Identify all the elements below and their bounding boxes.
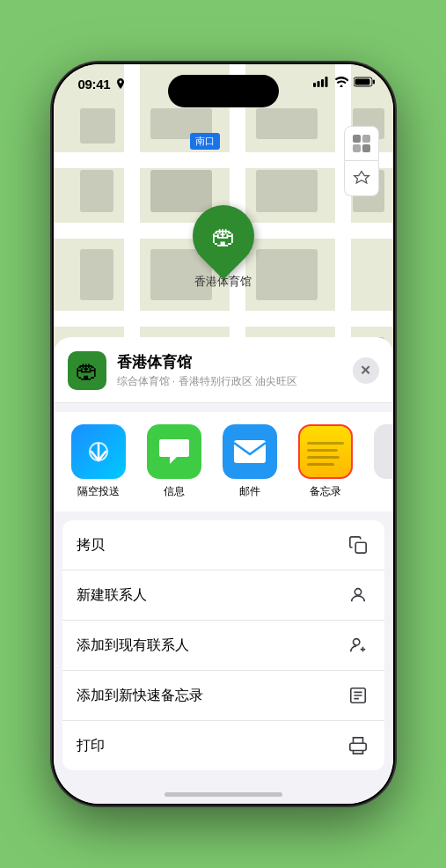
note-icon (346, 683, 370, 708)
notes-icon (298, 424, 353, 479)
phone-inner: 09:41 (54, 64, 393, 804)
venue-desc: 综合体育馆 · 香港特别行政区 油尖旺区 (117, 374, 342, 389)
svg-rect-7 (353, 135, 361, 143)
share-item-notes[interactable]: 备忘录 (295, 424, 356, 499)
person-add-icon (346, 633, 370, 658)
action-item-add-contact[interactable]: 添加到现有联系人 (62, 621, 384, 671)
status-time: 09:41 (78, 77, 111, 92)
pin-icon: 🏟 (211, 222, 236, 251)
action-item-new-contact[interactable]: 新建联系人 (62, 570, 384, 621)
pin-circle: 🏟 (179, 193, 267, 280)
location-pin: 🏟 香港体育馆 (193, 205, 254, 290)
action-label-new-contact: 新建联系人 (77, 586, 147, 605)
mail-icon (223, 424, 277, 479)
print-icon (346, 733, 370, 758)
map-type-button[interactable] (344, 126, 379, 161)
venue-icon: 🏟 (68, 351, 106, 390)
map-label-tag: 南口 (190, 133, 220, 150)
action-label-quick-note: 添加到新快速备忘录 (77, 687, 203, 705)
svg-rect-0 (313, 83, 316, 87)
wifi-icon (334, 77, 348, 87)
svg-rect-17 (349, 743, 365, 750)
share-label-notes: 备忘录 (310, 484, 341, 499)
svg-rect-2 (321, 79, 324, 87)
share-label-mail: 邮件 (239, 484, 260, 499)
share-item-more[interactable]: 推 (370, 424, 393, 499)
svg-rect-1 (317, 81, 319, 87)
home-indicator (165, 792, 282, 797)
action-label-print: 打印 (77, 737, 105, 755)
svg-rect-3 (325, 77, 327, 87)
svg-rect-5 (373, 80, 375, 85)
location-button[interactable] (344, 161, 379, 196)
action-item-print[interactable]: 打印 (62, 721, 384, 770)
battery-icon (354, 77, 376, 87)
close-button[interactable]: ✕ (353, 357, 379, 384)
copy-icon (346, 533, 370, 557)
airdrop-icon (71, 424, 126, 479)
notes-lines (300, 433, 351, 471)
svg-rect-6 (355, 79, 369, 85)
action-item-quick-note[interactable]: 添加到新快速备忘录 (62, 671, 384, 721)
location-icon (115, 78, 126, 91)
venue-name: 香港体育馆 (117, 352, 342, 372)
message-icon (147, 424, 201, 479)
share-label-airdrop: 隔空投送 (77, 484, 120, 499)
signal-icon (313, 77, 329, 87)
svg-rect-10 (362, 144, 370, 152)
share-item-message[interactable]: 信息 (143, 424, 205, 499)
action-item-copy[interactable]: 拷贝 (62, 520, 384, 570)
venue-info: 香港体育馆 综合体育馆 · 香港特别行政区 油尖旺区 (117, 352, 342, 389)
dynamic-island (168, 75, 279, 107)
svg-rect-9 (353, 144, 361, 152)
action-label-copy: 拷贝 (77, 536, 105, 555)
share-item-airdrop[interactable]: 隔空投送 (68, 424, 129, 499)
action-label-add-contact: 添加到现有联系人 (77, 636, 189, 655)
phone-frame: 09:41 (52, 63, 395, 805)
share-label-message: 信息 (164, 484, 185, 499)
bottom-sheet: 🏟 香港体育馆 综合体育馆 · 香港特别行政区 油尖旺区 ✕ (54, 337, 393, 804)
share-row: 隔空投送 信息 (54, 412, 393, 511)
status-icons (313, 77, 376, 87)
action-list: 拷贝 新建联系人 (62, 520, 384, 770)
more-icon (374, 424, 393, 479)
svg-rect-8 (362, 135, 370, 143)
svg-point-14 (355, 589, 361, 595)
svg-rect-12 (234, 440, 266, 463)
sheet-header: 🏟 香港体育馆 综合体育馆 · 香港特别行政区 油尖旺区 ✕ (54, 337, 393, 403)
svg-rect-13 (355, 542, 366, 553)
person-icon (346, 583, 370, 607)
share-item-mail[interactable]: 邮件 (219, 424, 281, 499)
map-controls (344, 126, 379, 196)
svg-point-15 (353, 639, 359, 645)
